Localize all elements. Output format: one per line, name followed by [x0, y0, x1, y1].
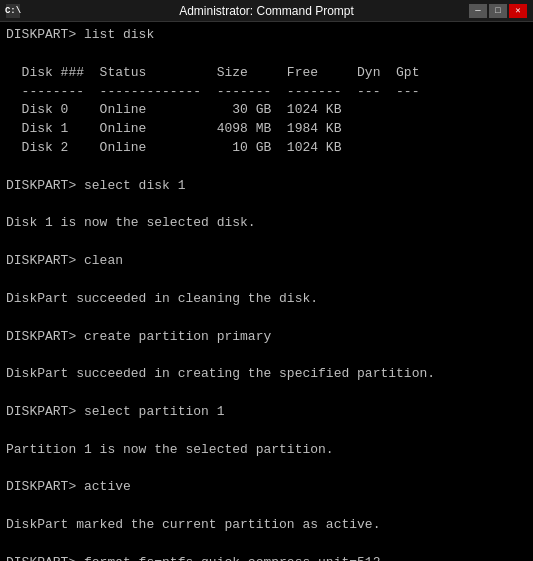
terminal-line — [6, 535, 527, 554]
minimize-button[interactable]: ─ — [469, 4, 487, 18]
terminal-line — [6, 459, 527, 478]
terminal-line: Disk 2 Online 10 GB 1024 KB — [6, 139, 527, 158]
terminal-line: DISKPART> list disk — [6, 26, 527, 45]
terminal-line — [6, 158, 527, 177]
terminal-line — [6, 233, 527, 252]
maximize-button[interactable]: □ — [489, 4, 507, 18]
close-button[interactable]: ✕ — [509, 4, 527, 18]
terminal-line — [6, 309, 527, 328]
title-bar: C:\ Administrator: Command Prompt ─ □ ✕ — [0, 0, 533, 22]
terminal-line: DISKPART> select disk 1 — [6, 177, 527, 196]
title-bar-left: C:\ — [6, 4, 20, 18]
terminal-line — [6, 196, 527, 215]
terminal-line — [6, 346, 527, 365]
terminal-line: DiskPart succeeded in creating the speci… — [6, 365, 527, 384]
terminal-line — [6, 45, 527, 64]
terminal-line: DISKPART> clean — [6, 252, 527, 271]
terminal-line: Partition 1 is now the selected partitio… — [6, 441, 527, 460]
terminal-line: DiskPart marked the current partition as… — [6, 516, 527, 535]
terminal-line: Disk 1 Online 4098 MB 1984 KB — [6, 120, 527, 139]
terminal-line — [6, 384, 527, 403]
terminal-line: Disk 0 Online 30 GB 1024 KB — [6, 101, 527, 120]
window-title: Administrator: Command Prompt — [0, 4, 533, 18]
terminal-line: DISKPART> active — [6, 478, 527, 497]
terminal-line: Disk ### Status Size Free Dyn Gpt — [6, 64, 527, 83]
terminal-line — [6, 271, 527, 290]
terminal-line: DiskPart succeeded in cleaning the disk. — [6, 290, 527, 309]
terminal-line: DISKPART> format fs=ntfs quick compress … — [6, 554, 527, 561]
terminal-line: DISKPART> create partition primary — [6, 328, 527, 347]
terminal-line: -------- ------------- ------- ------- -… — [6, 83, 527, 102]
cmd-icon: C:\ — [6, 4, 20, 18]
terminal-line: DISKPART> select partition 1 — [6, 403, 527, 422]
window-controls[interactable]: ─ □ ✕ — [469, 4, 527, 18]
terminal-line — [6, 497, 527, 516]
terminal-line — [6, 422, 527, 441]
terminal-output: DISKPART> list disk Disk ### Status Size… — [0, 22, 533, 561]
terminal-line: Disk 1 is now the selected disk. — [6, 214, 527, 233]
